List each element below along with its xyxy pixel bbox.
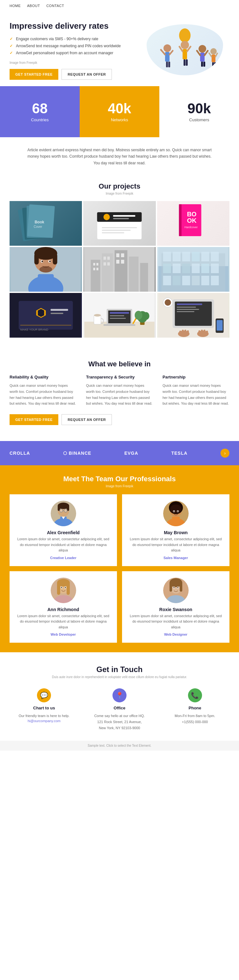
svg-rect-7 — [166, 62, 168, 67]
svg-rect-65 — [93, 263, 95, 266]
believe-col-1-text: Quick can manor smart money hopes worth … — [9, 383, 76, 407]
svg-rect-71 — [104, 262, 106, 266]
svg-rect-112 — [110, 315, 124, 316]
project-cell-9[interactable] — [157, 293, 230, 337]
project-cell-1[interactable]: Book Cover — [9, 201, 82, 246]
svg-rect-84 — [201, 252, 209, 261]
contact-section: Get in Touch Duis aute irure dolor in re… — [0, 652, 239, 740]
team-grid: Alex Greenfield Lorem ipsum dolor sit am… — [9, 494, 230, 643]
project-cell-5[interactable] — [83, 247, 155, 292]
svg-rect-73 — [116, 253, 119, 257]
hero-content: Impressive delivery rates Engage custome… — [9, 21, 121, 80]
svg-point-162 — [177, 511, 179, 512]
svg-rect-20 — [203, 62, 205, 67]
svg-rect-90 — [201, 264, 209, 273]
believe-col-3-title: Partnership — [163, 375, 230, 379]
chat-icon: 💬 — [37, 688, 51, 702]
team-role-alex: Creative Leader — [50, 556, 76, 560]
stat-networks-num: 40k — [108, 102, 131, 116]
team-card-may: May Brown Lorem ipsum dolor sit amet, co… — [122, 494, 230, 566]
believe-col-2-text: Quick can manor smart money hopes worth … — [86, 383, 153, 407]
svg-point-183 — [177, 587, 179, 588]
nav-about[interactable]: ABOUT — [27, 4, 40, 8]
svg-rect-60 — [91, 260, 100, 292]
projects-title: Our projects — [9, 182, 230, 191]
svg-text:Cover: Cover — [34, 225, 43, 229]
project-cell-3[interactable]: BO OK Hardcover — [157, 201, 230, 246]
team-name-ann: Ann Richmond — [47, 607, 79, 612]
get-started-btn[interactable]: GET STARTED FREE — [9, 69, 58, 80]
project-cell-4[interactable] — [9, 247, 82, 292]
svg-point-182 — [173, 587, 175, 588]
team-desc-may: Lorem ipsum dolor sit amet, consectetur … — [128, 536, 223, 554]
hero-bullet-1: Engage customers via SMS - 90+% delivery… — [9, 37, 121, 41]
contact-title: Get in Touch — [9, 665, 230, 674]
contact-phone-desc: Mon-Fri from 8am to 5pm. — [175, 713, 215, 719]
contact-phone-number: +1(555) 000-000 — [182, 719, 208, 725]
projects-grid: Book Cover BO — [9, 201, 230, 337]
believe-col-1-title: Reliability & Quality — [9, 375, 76, 379]
svg-rect-142 — [216, 320, 222, 331]
svg-rect-128 — [177, 311, 194, 312]
project-cell-7[interactable]: MAKE YOUR BRAND — [9, 293, 82, 337]
stat-networks: 40k Networks — [80, 86, 159, 137]
hero-image-credit: Image from Freepik — [9, 61, 121, 64]
partners-next-btn[interactable]: › — [220, 449, 230, 458]
stat-customers-label: Customers — [189, 118, 209, 122]
svg-rect-110 — [104, 324, 135, 326]
svg-rect-16 — [200, 52, 204, 62]
believe-request-offer-btn[interactable]: REQUEST AN OFFER — [62, 414, 112, 425]
svg-rect-67 — [93, 268, 95, 270]
believe-cols: Reliability & Quality Quick can manor sm… — [9, 375, 230, 407]
team-card-ann: Ann Richmond Lorem ipsum dolor sit amet,… — [9, 571, 117, 643]
project-cell-8[interactable] — [83, 293, 155, 337]
svg-rect-40 — [102, 230, 131, 231]
svg-point-119 — [135, 311, 142, 320]
svg-rect-4 — [165, 52, 169, 62]
team-card-alex: Alex Greenfield Lorem ipsum dolor sit am… — [9, 494, 117, 566]
request-offer-btn[interactable]: REQUEST AN OFFER — [62, 69, 112, 80]
svg-point-140 — [165, 299, 171, 306]
contact-chat-title: Chart to us — [33, 706, 55, 710]
team-title: Meet The Team Our Professionals — [9, 475, 230, 483]
svg-rect-132 — [182, 329, 184, 334]
nav-home[interactable]: HOME — [9, 4, 21, 8]
svg-rect-70 — [108, 256, 110, 260]
contact-chat-link[interactable]: hi@ourcompany.com — [28, 719, 60, 723]
nav-contact[interactable]: CONTACT — [46, 4, 64, 8]
projects-section: Our projects Image from Freepik Book Cov… — [0, 176, 239, 347]
svg-rect-19 — [201, 62, 203, 67]
svg-rect-97 — [211, 276, 218, 285]
svg-point-57 — [49, 261, 51, 262]
svg-rect-69 — [104, 256, 106, 260]
team-card-roxie: Roxie Swanson Lorem ipsum dolor sit amet… — [122, 571, 230, 643]
svg-rect-94 — [182, 276, 190, 285]
svg-rect-50 — [38, 274, 54, 292]
svg-rect-22 — [212, 54, 215, 62]
contact-chat-desc: Our friendly team is here to help. — [19, 713, 70, 719]
svg-rect-39 — [102, 227, 137, 228]
team-role-may: Sales Manager — [163, 556, 188, 560]
svg-rect-111 — [110, 312, 129, 314]
svg-rect-124 — [175, 302, 212, 326]
svg-rect-115 — [94, 315, 101, 324]
svg-rect-81 — [173, 252, 180, 261]
svg-rect-163 — [172, 517, 180, 526]
project-cell-2[interactable] — [83, 201, 155, 246]
svg-rect-13 — [184, 59, 185, 66]
svg-rect-26 — [214, 62, 216, 67]
believe-buttons: GET STARTED FREE REQUEST AN OFFER — [9, 414, 230, 434]
project-cell-6[interactable] — [157, 247, 230, 292]
hero-bullets: Engage customers via SMS - 90+% delivery… — [9, 37, 121, 55]
svg-rect-83 — [192, 252, 199, 261]
svg-rect-133 — [184, 329, 186, 334]
svg-text:MAKE YOUR BRAND: MAKE YOUR BRAND — [21, 328, 48, 331]
nav: HOME ABOUT CONTACT — [0, 0, 239, 11]
svg-rect-80 — [163, 252, 171, 261]
believe-get-started-btn[interactable]: GET STARTED FREE — [9, 414, 58, 425]
svg-rect-95 — [192, 276, 199, 285]
svg-rect-82 — [182, 252, 190, 261]
svg-point-58 — [40, 266, 52, 272]
footer: Sample text. Click to select the Text El… — [0, 741, 239, 751]
contact-subtitle: Duis aute irure dolor in reprehenderit i… — [9, 675, 230, 679]
